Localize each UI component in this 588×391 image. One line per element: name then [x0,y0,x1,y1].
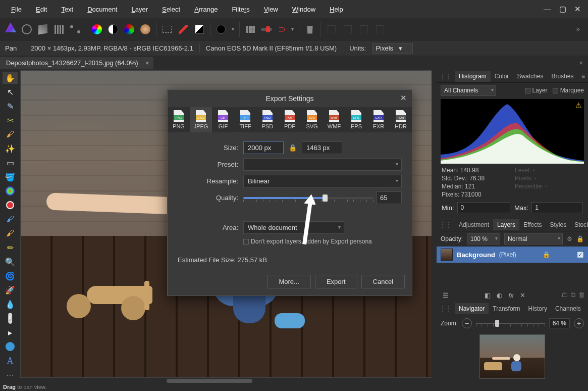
toolbar-overflow-icon[interactable]: » [573,25,583,33]
duplicate-icon[interactable]: ⧉ [571,291,575,299]
black-dot-icon[interactable] [216,24,227,35]
max-input[interactable]: 1 [531,202,583,213]
heal-tool-icon[interactable]: 🩹 [1,309,20,328]
aspect-lock-icon[interactable]: 🔒 [287,144,299,152]
tab-navigator[interactable]: Navigator [455,303,489,314]
menu-file[interactable]: File [4,3,29,16]
export-button[interactable]: Export [315,275,357,288]
format-tiff[interactable]: TIFFTIFF [234,107,256,132]
tab-layers[interactable]: Layers [493,219,519,230]
color-wheel-icon[interactable] [91,24,102,35]
format-png[interactable]: PNGPNG [168,107,190,132]
record-tool-icon[interactable] [3,199,18,211]
delete-layer-icon[interactable]: 🗑 [578,291,585,299]
tab-swatches[interactable]: Swatches [513,71,547,82]
slider-icon[interactable] [261,24,272,35]
navigator-thumbnail[interactable] [479,334,545,379]
close-x-icon[interactable]: ✕ [520,291,525,299]
panel-grip-icon[interactable]: ⋮⋮ [437,221,455,228]
mask-icon[interactable]: ◧ [485,291,491,299]
clone-tool-icon[interactable]: 🚀 [3,284,18,296]
zoom-slider[interactable] [476,319,545,328]
format-eps[interactable]: EPSEPS [345,107,367,132]
menu-arrange[interactable]: Arrange [187,3,225,16]
soft-proof-icon[interactable] [140,24,151,35]
zoom-tool-icon[interactable]: 🔍 [3,256,18,268]
layers-stack-icon[interactable]: ☰ [443,291,449,299]
crop-tool-icon[interactable]: ✂ [3,114,18,126]
panel-menu-icon[interactable]: ≡ [585,305,588,312]
persona-develop-icon[interactable] [37,24,48,35]
quality-value[interactable]: 65 [377,191,402,204]
tab-color[interactable]: Color [491,71,513,82]
gradient-tool-icon[interactable] [3,185,18,197]
panel-menu-icon[interactable]: ≡ [578,73,588,80]
gear-icon[interactable]: ⚙ [567,235,572,242]
blend-mode-select[interactable]: Normal [504,233,563,245]
brush-tool-icon[interactable]: 🖌 [3,128,18,140]
channels-select[interactable]: All Channels [441,85,496,96]
bw-icon[interactable] [194,24,205,35]
tab-channels[interactable]: Channels [551,303,585,314]
liquify-tool-icon[interactable]: 🌀 [3,270,18,282]
menu-window[interactable]: Window [285,3,323,16]
tools-overflow-icon[interactable]: ⋯ [3,369,18,381]
diagonal-icon[interactable] [178,24,189,35]
quality-slider[interactable] [243,193,373,203]
menu-filters[interactable]: Filters [225,3,256,16]
layer-visible-checkbox[interactable]: ✓ [577,251,584,258]
arrange-3-icon[interactable] [358,24,369,35]
blur-tool-icon[interactable]: 💧 [3,298,18,310]
wand-tool-icon[interactable]: ✨ [3,142,18,155]
pencil-tool-icon[interactable]: ✏ [3,241,18,254]
horizontal-scrollbar[interactable] [20,378,437,384]
width-input[interactable]: 2000 px [243,141,284,154]
app-logo-icon[interactable] [5,24,16,35]
persona-liquify-icon[interactable] [21,24,32,35]
tab-histogram[interactable]: Histogram [455,71,491,82]
layer-checkbox[interactable]: Layer [525,87,548,94]
hand-tool-icon[interactable]: ✋ [3,72,18,84]
persona-tone-icon[interactable] [54,24,65,35]
resample-select[interactable]: Bilinear [243,175,402,187]
dialog-close-icon[interactable]: ✕ [400,93,407,103]
panel-grip-icon[interactable]: ⋮⋮ [437,73,455,80]
zoom-in-button[interactable]: + [574,318,584,328]
dropdown-caret-icon[interactable]: ▾ [291,26,294,32]
tab-brushes[interactable]: Brushes [547,71,577,82]
menu-select[interactable]: Select [155,3,187,16]
folder-icon[interactable]: 🗀 [561,291,568,299]
arrange-1-icon[interactable] [326,24,337,35]
tab-stock[interactable]: Stock [570,219,588,230]
format-exr[interactable]: EXREXR [367,107,390,132]
selection-icon[interactable] [162,24,173,35]
menu-text[interactable]: Text [54,3,80,16]
tab-transform[interactable]: Transform [489,303,524,314]
arrange-2-icon[interactable] [342,24,353,35]
tab-history[interactable]: History [524,303,551,314]
more-button[interactable]: More... [267,275,310,288]
preset-select[interactable] [243,158,402,171]
contrast-icon[interactable] [108,24,119,35]
arrange-4-icon[interactable] [375,24,386,35]
menu-help[interactable]: Help [323,3,350,16]
menu-edit[interactable]: Edit [29,3,54,16]
persona-export-icon[interactable] [70,24,81,35]
units-select[interactable]: Pixels ▾ [372,43,413,54]
grid-icon[interactable] [245,24,256,35]
magnet-icon[interactable]: ⊃ [277,25,286,34]
min-input[interactable]: 0 [457,202,510,213]
format-svg[interactable]: SVGSVG [301,107,323,132]
dont-export-checkbox[interactable]: Don't export layers hidden by Export per… [243,238,372,245]
rgb-circle-icon[interactable] [124,24,135,35]
trash-icon[interactable] [304,24,315,35]
menu-view[interactable]: View [257,3,285,16]
menu-document[interactable]: Document [80,3,124,16]
lock-icon[interactable]: 🔒 [576,235,584,242]
tab-effects[interactable]: Effects [519,219,546,230]
adjust-icon[interactable]: ◐ [497,291,502,299]
window-maximize-icon[interactable]: ▢ [559,5,566,14]
paint-brush-tool-icon[interactable]: 🖌 [3,213,18,225]
format-psd[interactable]: PSDPSD [256,107,279,132]
window-close-icon[interactable]: ✕ [574,5,581,14]
